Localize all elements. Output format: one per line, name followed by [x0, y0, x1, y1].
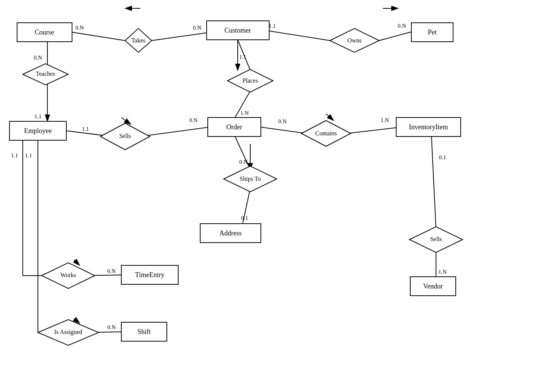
line-course-takes [72, 32, 125, 41]
card-works-timeentry: 0.N [107, 268, 116, 274]
entity-shift-label: Shift [137, 328, 151, 336]
relation-places-label: Places [243, 77, 258, 84]
card-order-shipsto: 0.N [239, 159, 248, 165]
relation-teaches-label: Teaches [36, 71, 55, 77]
card-course-teaches: 0.N [34, 55, 42, 61]
line-order-contains [260, 127, 307, 133]
line-inventory-sells2 [431, 136, 436, 229]
relation-isassigned-label: Is Assigned [54, 329, 82, 336]
card-order-contains: 0.N [278, 118, 287, 124]
card-shipsto-address: 0.1 [241, 215, 248, 221]
entity-vendor-label: Vendor [423, 282, 443, 290]
entity-order-label: Order [226, 123, 242, 131]
card-teaches-employee: 1.1 [35, 113, 42, 119]
entity-employee-label: Employee [24, 127, 52, 135]
relation-sells1-label: Sells [119, 133, 131, 139]
relation-owns-label: Owns [347, 37, 361, 44]
card-owns-pet: 0.N [398, 23, 406, 29]
card-places-order: 1.N [240, 110, 249, 116]
entity-course-label: Course [35, 28, 54, 36]
card-inventory-sells2: 0.1 [439, 154, 446, 160]
card-employee-works2: 1.1 [25, 152, 32, 158]
entity-customer-label: Customer [224, 27, 251, 34]
card-takes-customer: 0.N [193, 25, 201, 31]
card-course-takes: 0.N [75, 25, 84, 31]
card-employee-sells1: 1.1 [82, 126, 89, 132]
line-sells-order [140, 127, 210, 136]
relation-sells2-label: Sells [430, 236, 442, 242]
entity-pet-label: Pet [428, 28, 436, 36]
entity-address-label: Address [220, 229, 242, 237]
entity-inventoryitem-label: InventoryItem [409, 123, 448, 131]
entity-timeentry-label: TimeEntry [135, 271, 164, 279]
relation-shipsto-label: Ships To [240, 176, 261, 182]
card-employee-works1: 1.1 [11, 152, 18, 158]
relation-takes-label: Takes [131, 37, 145, 44]
line-takes-customer [152, 32, 210, 41]
relation-works-label: Works [60, 272, 76, 278]
arrow-works [74, 260, 80, 265]
card-customer-places: 1.1 [239, 54, 246, 60]
arrow-contains [326, 114, 334, 121]
line-contains-inventory [347, 127, 402, 133]
card-isassigned-shift: 0.N [107, 324, 116, 330]
relation-contains-label: Contains [315, 130, 337, 136]
card-sells2-vendor: 1.N [438, 269, 447, 275]
card-customer-owns: 1.1 [269, 23, 276, 29]
line-customer-owns [265, 30, 330, 41]
card-sells1-order: 0.N [189, 117, 198, 123]
card-contains-inventory: 1.N [381, 117, 389, 123]
